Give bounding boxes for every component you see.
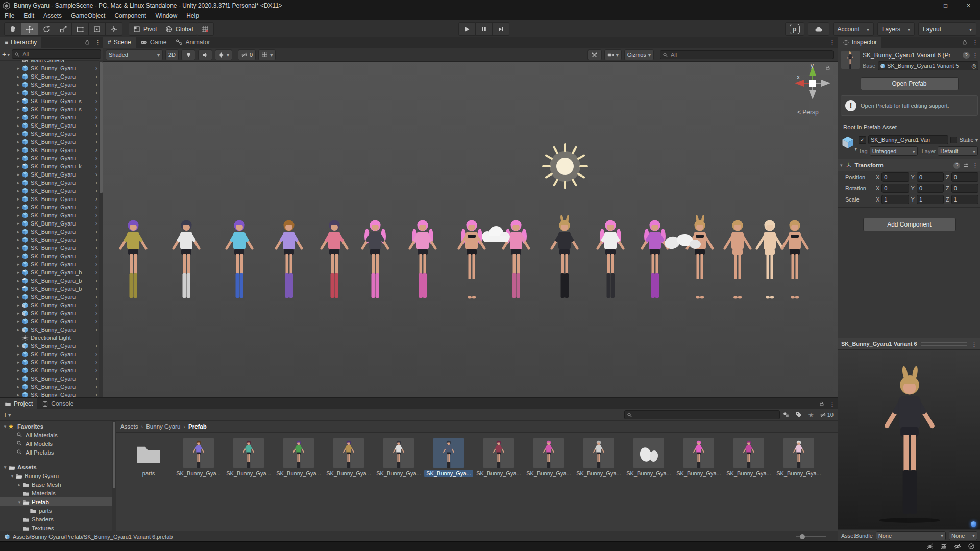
- foldout-icon[interactable]: ▾: [840, 163, 843, 168]
- kebab-menu-icon[interactable]: ⋮: [94, 39, 101, 46]
- kebab-menu-icon[interactable]: ⋮: [972, 162, 978, 169]
- cloud-button[interactable]: [808, 22, 829, 36]
- foldout-icon[interactable]: ▾: [16, 499, 22, 505]
- search-input[interactable]: [670, 51, 831, 58]
- account-dropdown[interactable]: Account ▾: [833, 22, 874, 36]
- hierarchy-item[interactable]: ▸SK_Bunny_Gyaru›: [0, 309, 99, 317]
- asset-item[interactable]: SK_Bunny_Gya...: [724, 438, 774, 477]
- assetbundle-variant-dropdown[interactable]: None ▾: [949, 531, 977, 540]
- foldout-icon[interactable]: ▸: [15, 164, 21, 169]
- hierarchy-item[interactable]: ▸SK_Bunny_Gyaru›: [0, 113, 99, 121]
- folder-tree-item[interactable]: Materials: [0, 489, 116, 497]
- breadcrumb-item[interactable]: Prefab: [188, 423, 207, 430]
- audio-toggle-button[interactable]: [198, 49, 212, 60]
- z-field[interactable]: 0: [951, 184, 978, 193]
- base-prefab-field[interactable]: SK_Bunny_Gyaru1 Variant 5 ◎: [878, 61, 978, 70]
- transform-tool-button[interactable]: [89, 22, 106, 36]
- move-tool-button[interactable]: [21, 22, 38, 36]
- open-prefab-button[interactable]: Open Prefab: [861, 77, 959, 90]
- asset-item[interactable]: SK_Bunny_Gya...: [224, 438, 274, 477]
- hierarchy-scrollbar[interactable]: [99, 60, 103, 397]
- foldout-icon[interactable]: ▸: [15, 172, 21, 177]
- scene-character[interactable]: [266, 215, 312, 304]
- open-prefab-chevron-icon[interactable]: ›: [95, 285, 97, 292]
- effects-dropdown[interactable]: ▾: [215, 49, 232, 60]
- menu-item-gameobject[interactable]: GameObject: [66, 11, 110, 20]
- hierarchy-item[interactable]: ▸SK_Bunny_Gyaru_b›: [0, 268, 99, 277]
- foldout-icon[interactable]: ▸: [15, 294, 21, 299]
- scene-character[interactable]: [110, 215, 156, 304]
- gameobject-variant-icon[interactable]: [841, 135, 856, 149]
- pivot-toggle-button[interactable]: Pivot: [129, 22, 161, 36]
- plastic-scm-button[interactable]: p: [785, 22, 804, 36]
- hierarchy-item[interactable]: ▸SK_Bunny_Gyaru›: [0, 374, 99, 383]
- open-prefab-chevron-icon[interactable]: ›: [95, 114, 97, 121]
- foldout-icon[interactable]: ▸: [15, 368, 21, 373]
- foldout-icon[interactable]: ▸: [15, 98, 21, 104]
- open-prefab-chevron-icon[interactable]: ›: [95, 244, 97, 252]
- hierarchy-item[interactable]: ▸SK_Bunny_Gyaru›: [0, 252, 99, 260]
- foldout-icon[interactable]: ▸: [15, 221, 21, 226]
- chevron-down-icon[interactable]: ▾: [975, 137, 978, 143]
- search-by-label-icon[interactable]: [795, 411, 802, 418]
- favorites-item[interactable]: All Materials: [0, 431, 116, 439]
- pause-button[interactable]: [476, 22, 493, 36]
- white-prop-bags[interactable]: [662, 230, 703, 253]
- cache-server-disabled-icon[interactable]: [940, 543, 947, 550]
- asset-item[interactable]: SK_Bunny_Gya...: [324, 438, 374, 477]
- asset-item[interactable]: SK_Bunny_Gya...: [374, 438, 424, 477]
- asset-item[interactable]: SK_Bunny_Gya...: [624, 438, 674, 477]
- preview-drag-handle[interactable]: [921, 342, 967, 346]
- y-field[interactable]: 0: [917, 184, 944, 193]
- kebab-menu-icon[interactable]: ⋮: [829, 400, 836, 408]
- hierarchy-item[interactable]: Directional Light: [0, 334, 99, 342]
- play-button[interactable]: [458, 22, 476, 36]
- y-field[interactable]: 0: [917, 172, 944, 182]
- hierarchy-item[interactable]: ▸SK_Bunny_Gyaru›: [0, 301, 99, 309]
- tab-inspector[interactable]: Inspector: [838, 37, 881, 48]
- asset-item[interactable]: SK_Bunny_Gya...: [274, 438, 324, 477]
- foldout-icon[interactable]: ▸: [15, 376, 21, 381]
- x-field[interactable]: 1: [881, 195, 909, 204]
- assetbundle-dropdown[interactable]: None ▾: [876, 531, 946, 540]
- open-prefab-chevron-icon[interactable]: ›: [95, 383, 97, 390]
- hierarchy-item[interactable]: ▸SK_Bunny_Gyaru›: [0, 195, 99, 203]
- open-prefab-chevron-icon[interactable]: ›: [95, 171, 97, 178]
- open-prefab-chevron-icon[interactable]: ›: [95, 146, 97, 154]
- open-prefab-chevron-icon[interactable]: ›: [95, 342, 97, 349]
- foldout-icon[interactable]: ▸: [15, 115, 21, 120]
- folder-tree-item[interactable]: ▸Base Mesh: [0, 480, 116, 489]
- hidden-objects-button[interactable]: 0: [238, 49, 256, 60]
- asset-item[interactable]: SK_Bunny_Gya...: [424, 438, 474, 477]
- maximize-button[interactable]: □: [934, 0, 957, 11]
- foldout-icon[interactable]: ▾: [2, 465, 8, 470]
- layout-dropdown[interactable]: Layout ▾: [918, 22, 976, 36]
- open-prefab-chevron-icon[interactable]: ›: [95, 261, 97, 268]
- hierarchy-item[interactable]: ▸SK_Bunny_Gyaru_k›: [0, 162, 99, 170]
- hierarchy-item[interactable]: ▸SK_Bunny_Gyaru›: [0, 211, 99, 219]
- open-prefab-chevron-icon[interactable]: ›: [95, 310, 97, 317]
- step-button[interactable]: [493, 22, 509, 36]
- gizmo-lock-icon[interactable]: [825, 65, 831, 71]
- kebab-menu-icon[interactable]: ⋮: [971, 340, 977, 348]
- open-prefab-chevron-icon[interactable]: ›: [95, 81, 97, 88]
- menu-item-window[interactable]: Window: [151, 11, 182, 20]
- lock-icon[interactable]: [819, 400, 825, 407]
- foldout-icon[interactable]: ▸: [15, 245, 21, 251]
- slider-knob[interactable]: [800, 534, 805, 539]
- hierarchy-item[interactable]: ▸SK_Bunny_Gyaru›: [0, 383, 99, 391]
- open-prefab-chevron-icon[interactable]: ›: [95, 220, 97, 227]
- asset-item[interactable]: SK_Bunny_Gya...: [174, 438, 224, 477]
- scene-character[interactable]: [587, 215, 633, 304]
- tab-console[interactable]: Console: [37, 398, 78, 409]
- foldout-icon[interactable]: ▸: [15, 327, 21, 332]
- hierarchy-item[interactable]: ▸SK_Bunny_Gyaru›: [0, 170, 99, 179]
- close-button[interactable]: ×: [957, 0, 980, 11]
- open-prefab-chevron-icon[interactable]: ›: [95, 359, 97, 366]
- foldout-icon[interactable]: ▸: [15, 229, 21, 234]
- open-prefab-chevron-icon[interactable]: ›: [95, 253, 97, 260]
- hidden-packages-count[interactable]: 10: [820, 412, 834, 418]
- foldout-icon[interactable]: ▸: [15, 254, 21, 259]
- hierarchy-item[interactable]: ▸SK_Bunny_Gyaru›: [0, 154, 99, 162]
- hierarchy-item[interactable]: ▸SK_Bunny_Gyaru›: [0, 244, 99, 252]
